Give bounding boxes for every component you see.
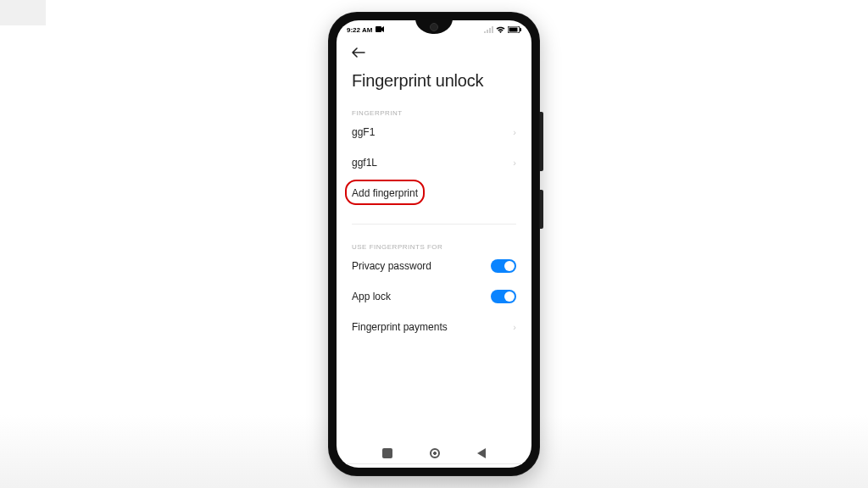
svg-rect-6: [509, 28, 518, 32]
app-lock-toggle[interactable]: [491, 290, 516, 303]
svg-rect-0: [376, 26, 381, 32]
decorative-bar: [0, 0, 46, 25]
nav-back-button[interactable]: [477, 448, 486, 458]
fingerprint-name: ggF1: [352, 126, 375, 138]
battery-icon: [508, 26, 521, 33]
privacy-password-label: Privacy password: [352, 260, 431, 272]
chevron-right-icon: ›: [513, 127, 516, 137]
divider: [352, 224, 516, 225]
camera-icon: [376, 26, 384, 34]
svg-rect-7: [520, 28, 521, 31]
fingerprint-name: ggf1L: [352, 157, 377, 169]
svg-rect-1: [484, 31, 486, 33]
phone-frame: 9:22 AM Fingerprint un: [328, 12, 540, 476]
nav-bar: [337, 442, 531, 464]
fingerprint-item[interactable]: ggF1 ›: [352, 117, 516, 147]
section-label-fingerprint: FINGERPRINT: [352, 109, 516, 117]
power-button: [540, 190, 543, 229]
section-label-uses: USE FINGERPRINTS FOR: [352, 243, 516, 251]
back-button[interactable]: [352, 42, 516, 63]
chevron-right-icon: ›: [513, 158, 516, 168]
signal-icon: [484, 26, 493, 33]
svg-rect-3: [489, 28, 491, 33]
nav-recent-button[interactable]: [382, 448, 392, 458]
arrow-left-icon: [352, 47, 365, 58]
status-time: 9:22 AM: [347, 26, 372, 34]
fingerprint-payments-row[interactable]: Fingerprint payments ›: [352, 312, 516, 342]
volume-button: [540, 112, 543, 171]
svg-rect-2: [487, 30, 488, 33]
app-lock-label: App lock: [352, 291, 391, 302]
nav-divider: [345, 463, 523, 464]
screen: 9:22 AM Fingerprint un: [337, 20, 531, 468]
app-lock-row[interactable]: App lock: [352, 281, 516, 312]
chevron-right-icon: ›: [513, 322, 516, 332]
privacy-password-toggle[interactable]: [491, 259, 516, 273]
nav-home-button[interactable]: [430, 448, 440, 458]
page-title: Fingerprint unlock: [352, 71, 516, 91]
fingerprint-item[interactable]: ggf1L ›: [352, 147, 516, 178]
wifi-icon: [496, 26, 505, 33]
fingerprint-payments-label: Fingerprint payments: [352, 321, 448, 333]
add-fingerprint-label: Add fingerprint: [352, 187, 418, 199]
svg-rect-4: [492, 26, 493, 33]
privacy-password-row[interactable]: Privacy password: [352, 251, 516, 281]
add-fingerprint-button[interactable]: Add fingerprint: [352, 185, 418, 200]
